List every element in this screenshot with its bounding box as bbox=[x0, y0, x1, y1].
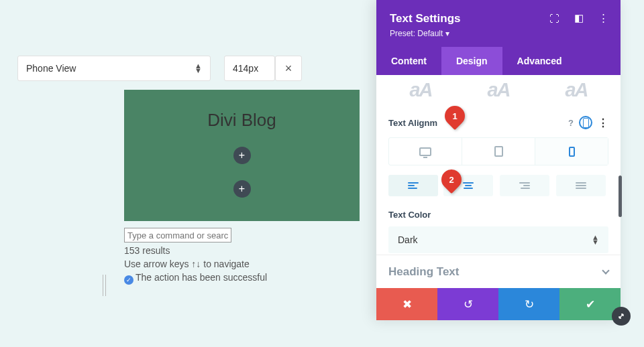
add-module-button[interactable]: + bbox=[233, 147, 251, 164]
panel-body: aA aA aA Text Alignm ? ⋮ Text Color bbox=[376, 75, 621, 288]
command-input[interactable] bbox=[124, 228, 231, 242]
view-select[interactable]: Phone View ▲▼ bbox=[17, 56, 211, 81]
close-icon: × bbox=[285, 62, 292, 76]
preview-title: Divi Blog bbox=[124, 90, 360, 131]
heading-text-section[interactable]: Heading Text bbox=[376, 255, 621, 288]
drag-resize-button[interactable] bbox=[612, 307, 631, 326]
tablet-icon bbox=[494, 146, 503, 157]
redo-button[interactable]: ↻ bbox=[498, 288, 559, 320]
panel-tabs: Content Design Advanced bbox=[376, 47, 621, 75]
resize-handle[interactable] bbox=[103, 275, 107, 296]
font-preview[interactable]: aA bbox=[487, 79, 509, 101]
font-preview[interactable]: aA bbox=[565, 79, 587, 101]
view-select-label: Phone View bbox=[26, 63, 76, 74]
select-caret-icon: ▲▼ bbox=[195, 64, 202, 73]
text-color-value: Dark bbox=[398, 234, 418, 245]
device-tablet[interactable] bbox=[462, 138, 535, 165]
text-alignment-label: Text Alignm ? ⋮ bbox=[388, 116, 608, 129]
mobile-preview: Divi Blog + + bbox=[124, 90, 360, 221]
panel-header: Text Settings Preset: Default ▾ ⛶ ◧ ⋮ bbox=[376, 0, 621, 47]
align-right[interactable] bbox=[500, 175, 549, 196]
device-tabs bbox=[388, 137, 608, 165]
alignment-options bbox=[388, 175, 608, 196]
field-menu-icon[interactable]: ⋮ bbox=[598, 117, 608, 129]
close-width-button[interactable]: × bbox=[275, 56, 302, 81]
align-left[interactable] bbox=[388, 175, 438, 196]
snap-icon[interactable]: ◧ bbox=[574, 12, 584, 24]
responsive-phone-badge[interactable] bbox=[579, 116, 592, 129]
chevron-down-icon bbox=[602, 267, 609, 274]
expand-icon[interactable]: ⛶ bbox=[549, 13, 559, 24]
font-preview[interactable]: aA bbox=[409, 79, 431, 101]
tab-advanced[interactable]: Advanced bbox=[502, 47, 577, 75]
panel-preset[interactable]: Preset: Default ▾ bbox=[390, 29, 607, 38]
width-value: 414px bbox=[233, 63, 258, 74]
responsive-controls: Phone View ▲▼ 414px × bbox=[17, 56, 302, 81]
phone-icon bbox=[569, 147, 575, 157]
menu-dots-icon[interactable]: ⋮ bbox=[598, 12, 608, 24]
nav-hint: Use arrow keys ↑↓ to navigate bbox=[124, 259, 359, 269]
text-color-label: Text Color bbox=[388, 210, 608, 220]
scrollbar-thumb[interactable] bbox=[619, 176, 622, 217]
tab-design[interactable]: Design bbox=[441, 47, 502, 75]
desktop-icon bbox=[419, 147, 431, 156]
cancel-button[interactable]: ✖ bbox=[376, 288, 437, 320]
undo-button[interactable]: ↺ bbox=[437, 288, 498, 320]
tab-content[interactable]: Content bbox=[376, 47, 441, 75]
help-icon[interactable]: ? bbox=[568, 118, 574, 128]
check-icon: ✓ bbox=[124, 275, 133, 285]
results-count: 153 results bbox=[124, 245, 359, 256]
width-input[interactable]: 414px bbox=[224, 56, 275, 81]
command-palette: 153 results Use arrow keys ↑↓ to navigat… bbox=[124, 228, 359, 285]
add-row-button[interactable]: + bbox=[233, 180, 251, 198]
select-caret-icon: ▲▼ bbox=[592, 235, 599, 245]
text-color-select[interactable]: Dark ▲▼ bbox=[388, 226, 608, 253]
success-message: ✓The action has been successful bbox=[124, 272, 359, 285]
font-preview-row: aA aA aA bbox=[388, 75, 608, 101]
device-desktop[interactable] bbox=[389, 138, 462, 165]
device-phone[interactable] bbox=[535, 138, 608, 165]
align-justify[interactable] bbox=[556, 175, 606, 196]
panel-footer: ✖ ↺ ↻ ✔ bbox=[376, 288, 621, 320]
settings-panel: Text Settings Preset: Default ▾ ⛶ ◧ ⋮ Co… bbox=[376, 0, 621, 320]
